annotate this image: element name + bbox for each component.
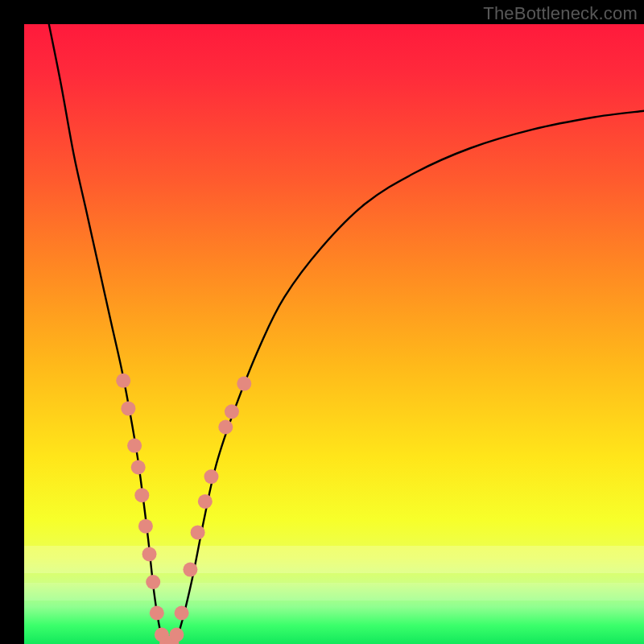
highlight-dot — [134, 488, 149, 502]
highlight-dot — [225, 404, 239, 419]
highlight-dot — [204, 469, 219, 484]
chart-frame: TheBottleneck.com — [0, 0, 644, 644]
highlight-dot — [237, 377, 251, 391]
highlight-dot — [127, 439, 142, 453]
watermark-text: TheBottleneck.com — [483, 3, 638, 24]
highlight-dot — [175, 606, 189, 621]
highlight-dot — [146, 575, 160, 589]
highlight-dot — [150, 606, 164, 621]
highlight-dot — [198, 494, 213, 509]
highlight-dot — [191, 525, 205, 539]
highlight-dot — [131, 460, 146, 475]
highlight-dots — [116, 374, 251, 644]
highlight-dot — [142, 547, 157, 561]
highlight-dot — [138, 519, 153, 534]
highlight-dot — [169, 628, 184, 642]
chart-svg — [24, 24, 644, 644]
highlight-dot — [116, 374, 130, 388]
highlight-dot — [218, 420, 233, 435]
bottleneck-curve — [49, 24, 644, 644]
plot-area — [24, 24, 644, 644]
highlight-dot — [183, 563, 197, 577]
highlight-dot — [121, 401, 135, 415]
